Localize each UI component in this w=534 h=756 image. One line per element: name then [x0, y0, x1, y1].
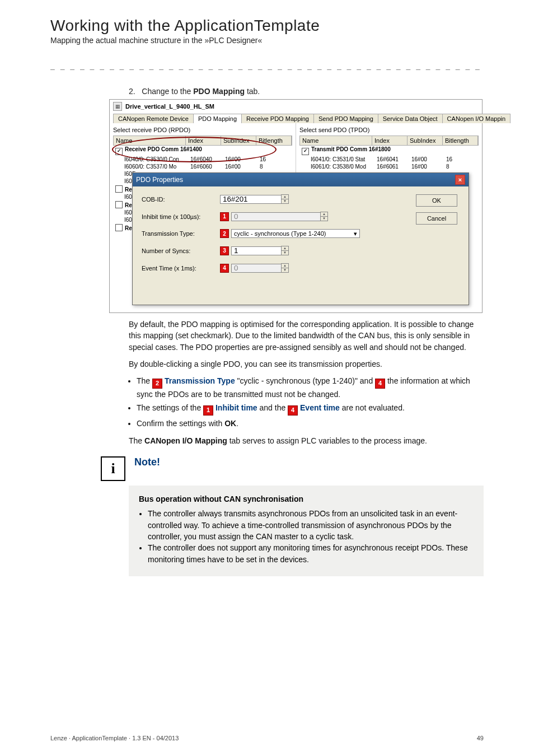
number-of-syncs-field[interactable] [231, 246, 282, 255]
cell-name: I6061/0: C3538/0 Mod [299, 163, 374, 170]
canopen-editor-window: ▦ Drive_vertical_L_9400_HL_SM CANopen Re… [109, 99, 483, 313]
cell-name: I6041/0: C3531/0 Stat [299, 156, 374, 163]
cell-index: 16#6041 [374, 156, 409, 163]
info-icon: i [101, 456, 125, 481]
chevron-down-icon: ▾ [354, 230, 357, 237]
device-icon: ▦ [113, 102, 122, 111]
col-bitlength: Bitlength [443, 136, 478, 145]
paragraph: The CANopen I/O Mapping tab serves to as… [129, 435, 484, 446]
annotation-ellipse [112, 137, 277, 162]
term-canopen-io-mapping: CANopen I/O Mapping [144, 436, 227, 445]
tab-pdo-mapping[interactable]: PDO Mapping [193, 114, 242, 123]
label-number-of-syncs: Number of Syncs: [142, 248, 220, 254]
label-select-tpdo: Select send PDO (TPDO) [299, 127, 479, 133]
col-subindex: SubIndex [407, 136, 443, 145]
tab-service-data-object[interactable]: Service Data Object [378, 114, 443, 123]
cell-bitlength: 16 [257, 156, 292, 163]
list-item: The settings of the 1 Inhibit time and t… [137, 402, 484, 416]
tab-send-pdo-mapping[interactable]: Send PDO Mapping [313, 114, 378, 123]
cob-id-field[interactable] [220, 195, 282, 204]
number-of-syncs-spinner[interactable]: ▲▼ [281, 246, 289, 255]
dialog-title: PDO Properties [136, 176, 183, 184]
table-row[interactable]: I6061/0: C3538/0 Mod16#606116#008 [299, 163, 479, 170]
tpdo-group-checkbox[interactable] [302, 148, 309, 155]
badge-2-inline: 2 [152, 379, 162, 389]
note-list-item: The controller always transmits asynchro… [148, 508, 474, 542]
badge-4: 4 [220, 264, 229, 273]
stub-checkbox [115, 201, 123, 208]
footer-right: 49 [477, 735, 484, 741]
tab-canopen-remote-device[interactable]: CANopen Remote Device [113, 114, 194, 123]
cell-index: 16#6061 [374, 163, 409, 170]
event-time-field[interactable] [231, 264, 282, 273]
paragraph: By default, the PDO mapping is optimised… [129, 319, 484, 353]
note-body: Bus operation without CAN synchronisatio… [129, 486, 484, 576]
page-subtitle: Mapping the actual machine structure in … [50, 36, 484, 45]
term-event-time: Event time [300, 403, 340, 412]
note-box: i Note! [50, 456, 484, 481]
label-event-time: Event Time (x 1ms): [142, 265, 220, 272]
cell-subindex: 16#00 [409, 163, 444, 170]
step-number: 2. [129, 87, 135, 96]
dialog-close-button[interactable]: × [455, 175, 465, 185]
step-line: 2. Change to the PDO Mapping tab. [129, 87, 484, 96]
event-time-spinner[interactable]: ▲▼ [281, 263, 289, 273]
cell-bitlength: 8 [257, 163, 292, 170]
transmission-type-value: cyclic - synchronous (Type 1-240) [234, 230, 326, 237]
term-transmission-type: Transmission Type [165, 376, 235, 385]
col-name: Name [300, 136, 372, 145]
tab-canopen-io-mapping[interactable]: CANopen I/O Mappin [442, 114, 511, 123]
note-heading: Note! [134, 456, 160, 468]
cancel-button[interactable]: Cancel [416, 212, 457, 225]
badge-1: 1 [220, 212, 229, 221]
page-footer: Lenze · ApplicationTemplate · 1.3 EN - 0… [50, 735, 484, 741]
cell-bitlength: 16 [444, 156, 479, 163]
stub-checkbox [115, 185, 123, 193]
label-transmission-type: Transmission Type: [142, 230, 220, 237]
transmission-type-select[interactable]: cyclic - synchronous (Type 1-240) ▾ [231, 229, 360, 238]
pdo-properties-dialog: PDO Properties × OK Cancel COB-ID: ▲▼ In… [132, 172, 469, 305]
col-index: Index [372, 136, 407, 145]
cell-index: 16#6060 [188, 163, 223, 170]
term-ok: OK [224, 419, 236, 428]
ok-button[interactable]: OK [416, 194, 457, 207]
step-text-bold: PDO Mapping [193, 87, 245, 96]
paragraph: By double-clicking a single PDO, you can… [129, 358, 484, 370]
cell-bitlength: 8 [444, 163, 479, 170]
cob-id-spinner[interactable]: ▲▼ [281, 194, 289, 204]
page-title: Working with the ApplicationTemplate [50, 17, 484, 35]
footer-left: Lenze · ApplicationTemplate · 1.3 EN - 0… [50, 735, 179, 741]
cell-name: I6060/0: C3537/0 Mo [113, 163, 188, 170]
tabbar: CANopen Remote Device PDO Mapping Receiv… [113, 113, 479, 123]
label-cob-id: COB-ID: [142, 196, 220, 203]
inhibit-time-spinner[interactable]: ▲▼ [320, 212, 328, 221]
cell-subindex: 16#00 [223, 163, 257, 170]
term-inhibit-time: Inhibit time [216, 403, 257, 412]
dialog-titlebar[interactable]: PDO Properties × [133, 173, 469, 186]
tpdo-group-row[interactable]: Transmit PDO Comm 16#1800 [299, 146, 479, 156]
table-row[interactable]: I6060/0: C3537/0 Mo16#606016#008 [113, 163, 292, 170]
badge-1-inline: 1 [203, 405, 213, 416]
divider-dashes: _ _ _ _ _ _ _ _ _ _ _ _ _ _ _ _ _ _ _ _ … [50, 62, 484, 70]
body-text: By default, the PDO mapping is optimised… [129, 319, 484, 446]
step-text-before: Change to the [142, 87, 193, 96]
label-inhibit-time: Inhibit time (x 100µs): [142, 213, 220, 220]
note-list-item: The controller does not support any moni… [148, 542, 474, 565]
badge-4-inline: 4 [375, 379, 385, 389]
note-subheading: Bus operation without CAN synchronisatio… [139, 493, 474, 505]
stub-checkbox [115, 224, 123, 231]
list-item: The 2 Transmission Type "cyclic - synchr… [137, 375, 484, 400]
tpdo-group-label: Transmit PDO Comm 16#1800 [311, 146, 391, 152]
badge-4-inline-2: 4 [288, 405, 298, 416]
device-tab-title: Drive_vertical_L_9400_HL_SM [125, 103, 214, 110]
label-select-rpdo: Select receive PDO (RPDO) [113, 127, 292, 133]
list-item: Confirm the settings with OK. [137, 418, 484, 429]
badge-3: 3 [220, 246, 229, 255]
tpdo-table-header: Name Index SubIndex Bitlength [299, 136, 479, 146]
badge-2: 2 [220, 229, 229, 238]
tab-receive-pdo-mapping[interactable]: Receive PDO Mapping [241, 114, 314, 123]
step-text-after: tab. [245, 87, 260, 96]
cell-subindex: 16#00 [409, 156, 444, 163]
table-row[interactable]: I6041/0: C3531/0 Stat16#604116#0016 [299, 156, 479, 163]
inhibit-time-field[interactable] [231, 212, 321, 221]
